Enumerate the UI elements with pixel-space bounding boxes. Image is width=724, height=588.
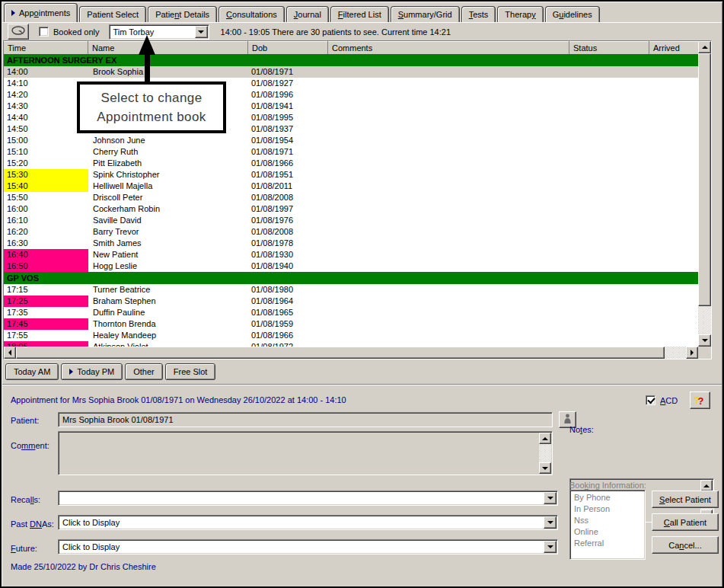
booking-option-referral: Referral bbox=[570, 538, 645, 549]
section-header-row[interactable]: GP VOS bbox=[4, 272, 698, 284]
cell-dob: 01/08/1966 bbox=[248, 330, 328, 341]
schedule-row[interactable]: 16:30Smith James01/08/1978 bbox=[4, 238, 698, 249]
tab-summary-grid[interactable]: Summary/Grid bbox=[391, 6, 460, 22]
schedule-row[interactable]: 16:10Saville David01/08/1976 bbox=[4, 215, 698, 226]
cell-comments bbox=[328, 296, 569, 307]
view-tab-label: Today AM bbox=[14, 367, 50, 376]
patient-query-button[interactable]: ?? bbox=[690, 391, 710, 409]
cell-arrived bbox=[649, 330, 698, 341]
tab-patient-select[interactable]: Patient Select bbox=[79, 6, 146, 22]
past-dnas-dropdown[interactable]: Click to Display bbox=[58, 515, 558, 530]
schedule-row[interactable]: 17:45Thornton Brenda01/08/1959 bbox=[4, 318, 698, 330]
cell-comments bbox=[328, 284, 569, 296]
cell-name: Helliwell Majella bbox=[88, 181, 248, 192]
schedule-row[interactable]: 16:20Barry Trevor01/08/2008 bbox=[4, 226, 698, 238]
appointment-book-button[interactable] bbox=[8, 24, 29, 40]
tab-filtered-list[interactable]: Filtered List bbox=[330, 6, 389, 22]
tab-label: Appointments bbox=[19, 8, 70, 18]
schedule-row[interactable]: 16:50Hogg Leslie01/08/1940 bbox=[4, 260, 698, 272]
cell-arrived bbox=[649, 192, 698, 203]
recalls-dropdown[interactable] bbox=[58, 491, 558, 506]
view-tab-label: Free Slot bbox=[174, 367, 208, 376]
view-tab-label: Today PM bbox=[77, 367, 114, 376]
cell-comments bbox=[328, 123, 569, 135]
future-dropdown[interactable]: Click to Display bbox=[58, 539, 558, 554]
schedule-row[interactable]: 15:10Cherry Ruth01/08/1971 bbox=[4, 146, 698, 158]
cell-status bbox=[569, 226, 649, 238]
toolbar: Booked only Tim Torbay 14:00 - 19:05 The… bbox=[2, 22, 722, 40]
patient-field[interactable]: Mrs Sophia Brook 01/08/1971 bbox=[58, 412, 553, 427]
horizontal-scrollbar[interactable] bbox=[4, 347, 698, 359]
schedule-row[interactable]: 15:40Helliwell Majella01/08/2011 bbox=[4, 181, 698, 192]
dropdown-arrow-icon[interactable] bbox=[544, 492, 557, 504]
view-tab-today-am[interactable]: Today AM bbox=[5, 363, 59, 380]
tab-therapy[interactable]: Therapy bbox=[497, 6, 543, 22]
recalls-label: Recalls: bbox=[11, 495, 40, 504]
schedule-row[interactable]: 17:25Braham Stephen01/08/1964 bbox=[4, 296, 698, 307]
schedule-row[interactable]: 17:55Healey Mandeep01/08/1966 bbox=[4, 330, 698, 341]
cell-time: 14:40 bbox=[4, 112, 88, 123]
cell-arrived bbox=[649, 284, 698, 296]
select-patient-button[interactable]: Select Patient bbox=[652, 491, 719, 508]
cell-status bbox=[569, 78, 649, 89]
cancel-button[interactable]: Cancel... bbox=[652, 536, 719, 554]
column-header-status[interactable]: Status bbox=[569, 41, 649, 54]
horizontal-scroll-thumb[interactable] bbox=[16, 347, 665, 359]
view-tab-free-slot[interactable]: Free Slot bbox=[165, 363, 216, 380]
column-header-arrived[interactable]: Arrived bbox=[649, 41, 698, 54]
schedule-row[interactable]: 17:15Turner Beatrice01/08/1980 bbox=[4, 284, 698, 296]
cell-dob: 01/08/1971 bbox=[248, 146, 328, 158]
cell-comments bbox=[328, 146, 569, 158]
schedule-row[interactable]: 16:40New Patient01/08/1930 bbox=[4, 249, 698, 260]
scroll-right-icon[interactable] bbox=[686, 347, 698, 359]
tab-guidelines[interactable]: Guidelines bbox=[545, 6, 600, 22]
column-header-dob[interactable]: Dob bbox=[248, 41, 328, 54]
scroll-up-icon[interactable] bbox=[698, 41, 711, 53]
schedule-row[interactable]: 15:50Driscoll Peter01/08/2008 bbox=[4, 192, 698, 203]
scroll-down-icon[interactable] bbox=[698, 334, 711, 347]
schedule-row[interactable]: 15:30Spink Christopher01/08/1951 bbox=[4, 169, 698, 181]
column-header-comments[interactable]: Comments bbox=[328, 41, 569, 54]
made-by-text: Made 25/10/2022 by Dr Chris Cheshire bbox=[11, 562, 156, 571]
tab-consultations[interactable]: Consultations bbox=[218, 6, 285, 22]
view-tab-today-pm[interactable]: Today PM bbox=[61, 363, 123, 380]
acd-checkbox[interactable] bbox=[646, 395, 655, 405]
schedule-row[interactable]: 15:00Johnson June01/08/1954 bbox=[4, 135, 698, 146]
dropdown-arrow-icon[interactable] bbox=[195, 26, 208, 38]
cell-time: 16:50 bbox=[4, 260, 88, 272]
tab-patient-details[interactable]: Patient Details bbox=[148, 6, 217, 22]
cell-dob: 01/08/1937 bbox=[248, 123, 328, 135]
cell-status bbox=[569, 146, 649, 158]
cell-name: Healey Mandeep bbox=[88, 330, 248, 341]
schedule-row[interactable]: 14:00Brook Sophia01/08/1971 bbox=[4, 66, 698, 78]
tab-label: Patient Details bbox=[155, 10, 209, 19]
notes-label: Notes: bbox=[569, 425, 594, 434]
column-header-time[interactable]: Time bbox=[4, 41, 88, 54]
tab-journal[interactable]: Journal bbox=[286, 6, 329, 22]
schedule-row[interactable]: 17:35Duffin Pauline01/08/1965 bbox=[4, 307, 698, 318]
call-patient-button[interactable]: Call Patient bbox=[652, 513, 719, 531]
tab-appointments[interactable]: Appointments bbox=[4, 3, 78, 22]
cell-time: 15:50 bbox=[4, 192, 88, 203]
schedule-row[interactable]: 16:00Cockerham Robin01/08/1997 bbox=[4, 203, 698, 215]
column-header-name[interactable]: Name bbox=[88, 41, 248, 54]
vertical-scroll-thumb[interactable] bbox=[698, 53, 711, 306]
scroll-up-icon bbox=[539, 433, 551, 444]
tab-label: Guidelines bbox=[553, 10, 592, 19]
person-icon bbox=[563, 414, 572, 426]
section-header-row[interactable]: AFTERNOON SURGERY EX bbox=[4, 54, 698, 66]
appointment-book-select[interactable]: Tim Torbay bbox=[109, 24, 209, 40]
cell-time: 17:35 bbox=[4, 307, 88, 318]
cell-time: 14:30 bbox=[4, 101, 88, 112]
schedule-row[interactable]: 15:20Pitt Elizabeth01/08/1966 bbox=[4, 158, 698, 169]
active-tab-arrow-icon bbox=[69, 369, 73, 375]
vertical-scrollbar[interactable] bbox=[698, 41, 711, 347]
dropdown-arrow-icon[interactable] bbox=[544, 541, 557, 553]
annotation-callout: Select to change Appointment book bbox=[77, 81, 226, 133]
booked-only-checkbox[interactable] bbox=[39, 27, 49, 37]
tab-tests[interactable]: Tests bbox=[461, 6, 496, 22]
view-tab-other[interactable]: Other bbox=[125, 363, 163, 380]
cell-comments bbox=[328, 66, 569, 78]
dropdown-arrow-icon[interactable] bbox=[544, 516, 557, 529]
scroll-left-icon[interactable] bbox=[4, 347, 16, 359]
